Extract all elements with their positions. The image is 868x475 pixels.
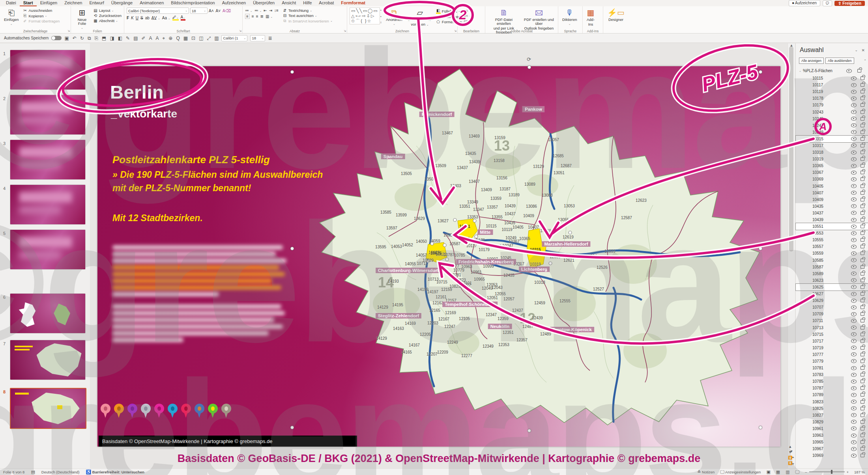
visibility-eye-icon[interactable] <box>851 251 857 255</box>
move-down-icon[interactable]: ▼ <box>788 450 792 454</box>
unlock-icon[interactable] <box>861 97 864 100</box>
qat-icon[interactable]: ⧉ <box>88 35 91 41</box>
unlock-icon[interactable] <box>861 198 864 201</box>
section-button[interactable]: ▦Abschnitt ⌄ <box>93 19 122 23</box>
selection-pane-row[interactable]: 10243 <box>796 108 868 115</box>
show-all-button[interactable]: Alle anzeigen <box>799 58 824 64</box>
visibility-eye-icon[interactable] <box>851 440 857 444</box>
shape-name-label[interactable]: 10369 <box>812 177 823 181</box>
visibility-eye-icon[interactable] <box>851 191 857 195</box>
qat-icon[interactable]: ⎘ <box>94 35 98 41</box>
designer-button[interactable]: ⚡▭Designer <box>606 7 626 22</box>
visibility-eye-icon[interactable] <box>846 69 852 73</box>
visibility-eye-icon[interactable] <box>851 285 857 289</box>
slide-sorter-icon[interactable]: ▦ <box>776 469 780 475</box>
selection-pane-row[interactable]: 10623 <box>796 277 868 284</box>
visibility-eye-icon[interactable] <box>851 171 857 175</box>
qat-icon[interactable]: ↻ <box>80 35 84 41</box>
copy-button[interactable]: ⎘Kopieren ⌄ <box>23 13 60 18</box>
selection-pane-row[interactable]: 10969 <box>796 452 868 459</box>
shape-name-label[interactable]: 10625 <box>812 285 823 289</box>
shape-name-label[interactable]: 10367 <box>812 170 823 175</box>
slide-thumbnail[interactable] <box>10 184 86 225</box>
slide-thumbnail[interactable] <box>10 293 86 333</box>
visibility-eye-icon[interactable] <box>851 130 857 134</box>
unlock-icon[interactable] <box>861 117 864 121</box>
qat-icon[interactable]: ⊕ <box>168 35 172 41</box>
selection-pane-row[interactable]: 10963 <box>796 432 868 439</box>
chevron-down-icon[interactable]: ⌄ <box>855 48 858 52</box>
shape-name-label[interactable]: 10709 <box>812 312 823 316</box>
ribbon-tab[interactable]: Hilfe <box>299 0 315 6</box>
qat-icon[interactable]: ⌖ <box>163 35 165 41</box>
visibility-eye-icon[interactable] <box>851 218 857 222</box>
shape-name-label[interactable]: 10551 <box>812 224 823 229</box>
italic-button[interactable]: K <box>131 16 134 20</box>
visibility-eye-icon[interactable] <box>851 258 857 262</box>
unlock-icon[interactable] <box>861 164 864 168</box>
change-case-button[interactable]: Aa ⌄ <box>162 16 170 20</box>
selection-pane-row[interactable]: 10717 <box>796 338 868 345</box>
shape-name-label[interactable]: 10965 <box>812 440 823 444</box>
selection-pane-row[interactable]: 10245 <box>796 115 868 122</box>
qat-icon[interactable]: ◫ <box>199 35 203 41</box>
visibility-eye-icon[interactable] <box>851 117 857 121</box>
selection-pane-row[interactable]: 10711 <box>796 317 868 324</box>
unlock-icon[interactable] <box>861 360 864 363</box>
selection-pane-row[interactable]: 10555 <box>796 237 868 243</box>
language-status[interactable]: Deutsch (Deutschland) <box>41 470 80 474</box>
unlock-icon[interactable] <box>861 305 864 309</box>
visibility-eye-icon[interactable] <box>851 400 857 404</box>
qat-font-combobox[interactable]: Calibri (1⌄ <box>221 35 247 41</box>
selection-pane-row[interactable]: 10829 <box>796 419 868 425</box>
shape-name-label[interactable]: 10178 <box>812 96 823 101</box>
unlock-icon[interactable] <box>861 407 864 410</box>
visibility-eye-icon[interactable] <box>851 346 857 350</box>
selection-pane-row[interactable]: 10551 <box>796 223 868 230</box>
grow-font-button[interactable]: A˄ <box>209 9 214 13</box>
unlock-icon[interactable] <box>861 440 864 444</box>
qat-icon[interactable]: ⤢ <box>207 35 211 41</box>
shape-name-label[interactable]: 10967 <box>812 447 823 451</box>
shape-name-label[interactable]: 10439 <box>812 218 823 222</box>
selection-pane-row[interactable]: 10587 <box>796 264 868 270</box>
align-left-button[interactable]: ≡ <box>245 14 250 19</box>
unlock-icon[interactable] <box>861 76 864 80</box>
strikethrough-button[interactable]: S <box>140 16 143 20</box>
qat-icon[interactable]: ↶ <box>73 35 77 41</box>
ribbon-tab[interactable]: Datei <box>2 0 20 6</box>
selection-handle[interactable] <box>759 70 762 74</box>
format-painter-button[interactable]: ✐Format übertragen <box>23 19 60 23</box>
justify-button[interactable]: ≣ <box>260 14 264 19</box>
selection-pane-row[interactable]: 10789 <box>796 391 868 398</box>
ribbon-tab[interactable]: Zeichnen <box>61 0 86 6</box>
ribbon-tab[interactable]: Einfügen <box>37 0 61 6</box>
shape-name-label[interactable]: 10553 <box>812 231 823 235</box>
visibility-eye-icon[interactable] <box>851 393 857 397</box>
visibility-eye-icon[interactable] <box>851 238 857 242</box>
unlock-icon[interactable] <box>861 279 864 282</box>
visibility-eye-icon[interactable] <box>851 359 857 363</box>
new-slide-button[interactable]: ⊞Neue Folie⌄ <box>73 7 91 30</box>
unlock-icon[interactable] <box>861 373 864 376</box>
selection-handle[interactable] <box>290 70 294 74</box>
shape-name-label[interactable]: 10115 <box>812 76 823 80</box>
visibility-eye-icon[interactable] <box>851 326 857 330</box>
ribbon-tab[interactable]: Formformat <box>337 0 369 6</box>
unlock-icon[interactable] <box>861 454 864 457</box>
selection-pane-row[interactable]: 10779 <box>796 358 868 365</box>
visibility-eye-icon[interactable] <box>851 164 857 168</box>
visibility-eye-icon[interactable] <box>851 265 857 269</box>
arrange-button[interactable]: ⧉Anordnen⌄ <box>384 7 404 26</box>
share-button[interactable]: ⇧ Freigeben <box>834 1 865 6</box>
quick-styles-button[interactable]: ▱Schnellformat-vorlagen ⌄ <box>406 7 433 27</box>
visibility-eye-icon[interactable] <box>851 434 857 438</box>
selection-pane-row[interactable]: 10115 <box>796 75 868 82</box>
selection-pane-row[interactable]: 10965 <box>796 439 868 445</box>
zoom-level[interactable]: 187 % <box>854 470 865 474</box>
selection-pane-row[interactable]: 10961 <box>796 425 868 432</box>
bold-button[interactable]: F <box>127 16 129 20</box>
selection-pane-row[interactable]: 10559 <box>796 250 868 257</box>
selection-pane-row[interactable]: 10715 <box>796 331 868 338</box>
close-icon[interactable]: ✕ <box>862 48 865 52</box>
